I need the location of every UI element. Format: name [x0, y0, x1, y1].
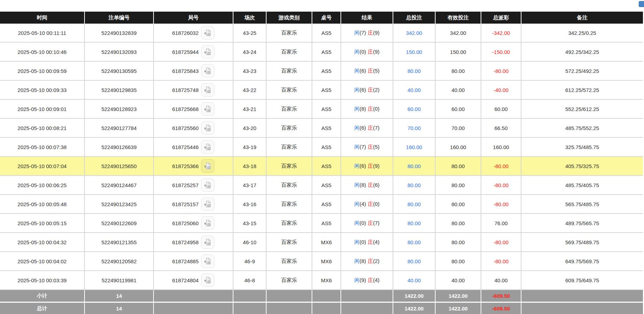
total-bet-link[interactable]: 70.00: [407, 125, 421, 131]
total-bet-link[interactable]: 40.00: [407, 277, 421, 283]
table-row[interactable]: 2025-05-10 00:03:39 522490119981 6187248…: [0, 271, 643, 290]
round-number-cell: 618725060: [154, 214, 233, 233]
video-replay-button[interactable]: [201, 235, 214, 249]
summary-payout-cell: -609.50: [481, 290, 521, 302]
summary-valid-bet-cell: 1422.00: [435, 302, 481, 314]
banker-label: 庄: [368, 87, 373, 93]
table-row[interactable]: 2025-05-10 00:07:04 522490125650 6187253…: [0, 156, 643, 176]
round-number-wrap: 618725944: [154, 45, 233, 59]
remark-cell: 649.75/569.75: [521, 252, 643, 271]
remark-cell: 489.75/565.75: [521, 214, 643, 233]
session-cell: 43-25: [233, 24, 266, 42]
video-replay-button[interactable]: [201, 102, 214, 116]
session-cell: 43-18: [233, 156, 266, 176]
table-row[interactable]: 2025-05-10 00:09:01 522490128923 6187256…: [0, 99, 643, 118]
table-row[interactable]: 2025-05-10 00:09:59 522490130595 6187258…: [0, 61, 643, 80]
player-score: (6): [359, 163, 366, 169]
player-label: 闲: [354, 144, 359, 150]
video-replay-button[interactable]: [201, 121, 214, 135]
video-replay-button[interactable]: [201, 178, 214, 192]
payout-cell: -150.00: [481, 42, 521, 61]
total-bet-link[interactable]: 160.00: [406, 144, 422, 150]
remark-cell: 569.75/489.75: [521, 233, 643, 252]
table-footer: 小计141422.001422.00-609.50总计141422.001422…: [0, 290, 643, 314]
bet-number-cell: 522490127784: [85, 118, 154, 137]
total-bet-link[interactable]: 342.00: [406, 30, 422, 36]
table-row[interactable]: 2025-05-10 00:04:02 522490120582 6187248…: [0, 252, 643, 271]
summary-payout-cell: -609.50: [481, 302, 521, 314]
banker-label: 庄: [368, 163, 373, 169]
video-replay-button[interactable]: [201, 140, 214, 154]
table-row[interactable]: 2025-05-10 00:06:25 522490124467 6187252…: [0, 176, 643, 195]
remark-cell: 485.75/552.25: [521, 118, 643, 137]
player-score: (0): [359, 220, 366, 226]
table-row[interactable]: 2025-05-10 00:09:33 522490129835 6187257…: [0, 80, 643, 99]
total-bet-link[interactable]: 80.00: [407, 68, 421, 74]
remark-cell: 342.25/0.25: [521, 24, 643, 42]
round-number-wrap: 618725843: [154, 64, 233, 78]
valid-bet-cell: 40.00: [435, 271, 481, 290]
video-file-icon: [204, 219, 212, 227]
payout-cell: -80.00: [481, 195, 521, 214]
game-type-cell: 百家乐: [266, 214, 312, 233]
table-row[interactable]: 2025-05-10 00:05:48 522490123425 6187251…: [0, 195, 643, 214]
table-row[interactable]: 2025-05-10 00:11:11 522490132839 6187260…: [0, 24, 643, 42]
total-bet-link[interactable]: 80.00: [407, 201, 421, 207]
table-row[interactable]: 2025-05-10 00:04:32 522490121355 6187249…: [0, 233, 643, 252]
column-header-session: 场次: [233, 12, 266, 24]
video-replay-button[interactable]: [201, 83, 214, 97]
total-bet-link[interactable]: 80.00: [407, 163, 421, 169]
bet-number-cell: 522490125650: [85, 156, 154, 176]
total-bet-link[interactable]: 40.00: [407, 87, 421, 93]
player-score: (0): [359, 239, 366, 245]
grand-total-row: 总计141422.001422.00-609.50: [0, 302, 643, 314]
total-bet-link[interactable]: 80.00: [407, 220, 421, 226]
banker-score: (4): [373, 277, 380, 283]
session-cell: 46-9: [233, 252, 266, 271]
summary-total-bet-cell: 1422.00: [393, 290, 435, 302]
player-score: (0): [359, 49, 366, 55]
game-type-cell: 百家乐: [266, 99, 312, 118]
table-row[interactable]: 2025-05-10 00:10:46 522490132093 6187259…: [0, 42, 643, 61]
round-number-wrap: 618724804: [154, 273, 233, 287]
round-number-wrap: 618726032: [154, 26, 233, 39]
round-number-wrap: 618725560: [154, 121, 233, 135]
column-header-payout: 总派彩: [481, 12, 521, 24]
game-type-cell: 百家乐: [266, 24, 312, 42]
video-replay-button[interactable]: [201, 216, 214, 230]
total-bet-link[interactable]: 80.00: [407, 239, 421, 245]
banker-label: 庄: [368, 201, 373, 207]
result-cell: 闲(0)庄(9): [341, 42, 393, 61]
table-row[interactable]: 2025-05-10 00:08:21 522490127784 6187255…: [0, 118, 643, 137]
banker-label: 庄: [368, 277, 373, 283]
result-cell: 闲(6)庄(7): [341, 118, 393, 137]
player-label: 闲: [354, 182, 359, 188]
time-cell: 2025-05-10 00:10:46: [0, 42, 85, 61]
session-cell: 43-23: [233, 61, 266, 80]
video-replay-button[interactable]: [201, 197, 214, 211]
video-replay-button[interactable]: [201, 64, 214, 78]
video-replay-button[interactable]: [201, 26, 214, 39]
result-cell: 闲(8)庄(6): [341, 176, 393, 195]
total-bet-link[interactable]: 80.00: [407, 182, 421, 188]
video-replay-button[interactable]: [201, 254, 214, 268]
table-row[interactable]: 2025-05-10 00:07:38 522490126639 6187254…: [0, 137, 643, 156]
video-replay-button[interactable]: [201, 273, 214, 287]
column-header-result: 结果: [341, 12, 393, 24]
banker-score: (7): [373, 220, 380, 226]
round-number-cell: 618725944: [154, 42, 233, 61]
column-header-round_no: 局号: [154, 12, 233, 24]
total-bet-link[interactable]: 80.00: [407, 258, 421, 264]
video-replay-button[interactable]: [201, 159, 214, 173]
video-replay-button[interactable]: [201, 45, 214, 59]
table-row[interactable]: 2025-05-10 00:05:15 522490122609 6187250…: [0, 214, 643, 233]
table-number-cell: AS5: [312, 176, 341, 195]
total-bet-cell: 80.00: [393, 156, 435, 176]
banker-score: (9): [373, 163, 380, 169]
game-type-cell: 百家乐: [266, 118, 312, 137]
total-bet-link[interactable]: 60.00: [407, 106, 421, 112]
total-bet-link[interactable]: 150.00: [406, 49, 422, 55]
round-number-cell: 618725446: [154, 137, 233, 156]
corner-blue-tab[interactable]: [639, 1, 644, 7]
table-body: 2025-05-10 00:11:11 522490132839 6187260…: [0, 24, 643, 290]
